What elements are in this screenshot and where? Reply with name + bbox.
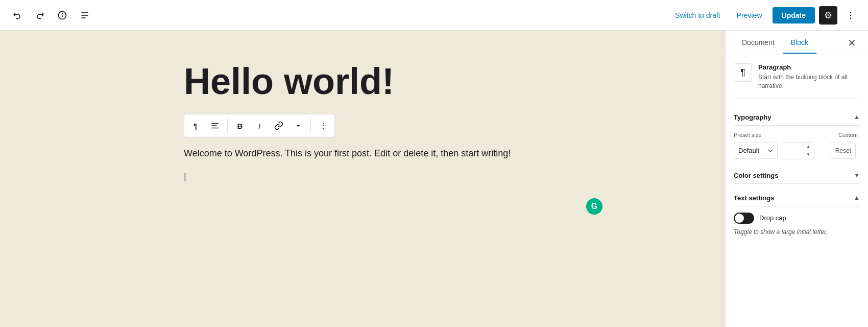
grammarly-button[interactable]: G bbox=[586, 198, 602, 215]
text-settings-label: Text settings bbox=[734, 194, 774, 202]
post-title[interactable]: Hello world! bbox=[184, 61, 541, 102]
svg-point-13 bbox=[323, 125, 324, 126]
block-name: Paragraph bbox=[758, 63, 860, 71]
top-bar-right: Switch to draft Preview Update ⚙ bbox=[669, 6, 860, 25]
color-settings-header[interactable]: Color settings ▼ bbox=[734, 168, 860, 184]
preview-button[interactable]: Preview bbox=[731, 7, 768, 24]
sidebar-panel: ¶ Paragraph Start with the building bloc… bbox=[726, 55, 868, 327]
svg-point-6 bbox=[850, 11, 852, 13]
main-layout: Hello world! ¶ B I bbox=[0, 31, 868, 327]
update-button[interactable]: Update bbox=[773, 7, 815, 24]
text-settings-chevron-icon: ▲ bbox=[854, 194, 860, 201]
typography-header[interactable]: Typography ▲ bbox=[734, 109, 860, 126]
sidebar-close-button[interactable]: ✕ bbox=[843, 35, 860, 51]
align-button[interactable] bbox=[206, 116, 224, 135]
custom-size-input-group: ▲ ▼ bbox=[782, 142, 814, 159]
switch-to-draft-button[interactable]: Switch to draft bbox=[669, 7, 727, 24]
drop-cap-label: Drop cap bbox=[759, 214, 786, 222]
editor-area[interactable]: Hello world! ¶ B I bbox=[0, 31, 725, 327]
text-settings-section: Text settings ▲ Drop cap Toggle to show … bbox=[734, 190, 860, 237]
tab-block[interactable]: Block bbox=[783, 32, 816, 54]
text-settings-header[interactable]: Text settings ▲ bbox=[734, 190, 860, 206]
spin-up-button[interactable]: ▲ bbox=[803, 143, 813, 151]
block-info-text: Paragraph Start with the building block … bbox=[758, 63, 860, 90]
link-button[interactable] bbox=[270, 116, 288, 135]
paragraph-style-button[interactable]: ¶ bbox=[186, 116, 205, 135]
drop-cap-toggle[interactable] bbox=[734, 213, 754, 224]
svg-point-7 bbox=[850, 14, 852, 16]
more-options-button[interactable] bbox=[841, 6, 860, 25]
color-settings-label: Color settings bbox=[734, 172, 778, 179]
more-rich-text-button[interactable] bbox=[289, 116, 307, 135]
preset-size-row: Preset size Custom bbox=[734, 132, 860, 138]
undo-button[interactable] bbox=[8, 6, 27, 25]
post-body-text: Welcome to WordPress. This is your first… bbox=[184, 148, 511, 158]
block-description: Start with the building block of all nar… bbox=[758, 73, 860, 90]
svg-point-12 bbox=[323, 123, 324, 124]
list-view-button[interactable] bbox=[76, 6, 94, 25]
settings-button[interactable]: ⚙ bbox=[819, 6, 837, 25]
block-toolbar: ¶ B I bbox=[184, 114, 335, 137]
custom-size-input[interactable] bbox=[782, 143, 803, 159]
tab-document[interactable]: Document bbox=[734, 32, 783, 54]
cursor-line bbox=[184, 170, 541, 184]
top-bar-left bbox=[8, 6, 94, 25]
post-body[interactable]: Welcome to WordPress. This is your first… bbox=[184, 146, 541, 161]
color-chevron-icon: ▼ bbox=[854, 172, 860, 179]
block-icon: ¶ bbox=[734, 63, 752, 82]
preset-size-select[interactable]: Default Small Medium Large Extra Large bbox=[734, 143, 778, 159]
italic-button[interactable]: I bbox=[250, 116, 269, 135]
drop-cap-row: Drop cap bbox=[734, 213, 860, 224]
spin-buttons: ▲ ▼ bbox=[803, 143, 813, 159]
typography-label: Typography bbox=[734, 113, 771, 121]
info-button[interactable] bbox=[53, 6, 71, 25]
block-info: ¶ Paragraph Start with the building bloc… bbox=[734, 63, 860, 99]
svg-point-8 bbox=[850, 17, 852, 19]
toolbar-divider-2 bbox=[310, 119, 311, 133]
top-bar: Switch to draft Preview Update ⚙ bbox=[0, 0, 868, 31]
sidebar-tabs-left: Document Block bbox=[734, 32, 816, 54]
typography-section: Typography ▲ Preset size Custom Default … bbox=[734, 109, 860, 159]
options-button[interactable] bbox=[314, 116, 332, 135]
custom-label: Custom bbox=[779, 132, 858, 138]
reset-button[interactable]: Reset bbox=[831, 143, 856, 159]
bold-button[interactable]: B bbox=[231, 116, 249, 135]
drop-cap-description: Toggle to show a large initial letter. bbox=[734, 228, 860, 237]
font-size-controls: Default Small Medium Large Extra Large ▲… bbox=[734, 142, 860, 159]
color-settings-section: Color settings ▼ bbox=[734, 168, 860, 184]
preset-size-label: Preset size bbox=[734, 132, 775, 138]
toggle-knob bbox=[735, 214, 744, 223]
sidebar-tabs: Document Block ✕ bbox=[726, 31, 868, 55]
editor-content: Hello world! ¶ B I bbox=[184, 61, 541, 296]
typography-chevron-icon: ▲ bbox=[854, 113, 860, 121]
toolbar-divider-1 bbox=[227, 119, 228, 133]
sidebar: Document Block ✕ ¶ Paragraph Start with … bbox=[725, 31, 868, 327]
svg-point-14 bbox=[323, 128, 324, 129]
redo-button[interactable] bbox=[31, 6, 49, 25]
spin-down-button[interactable]: ▼ bbox=[803, 151, 813, 159]
